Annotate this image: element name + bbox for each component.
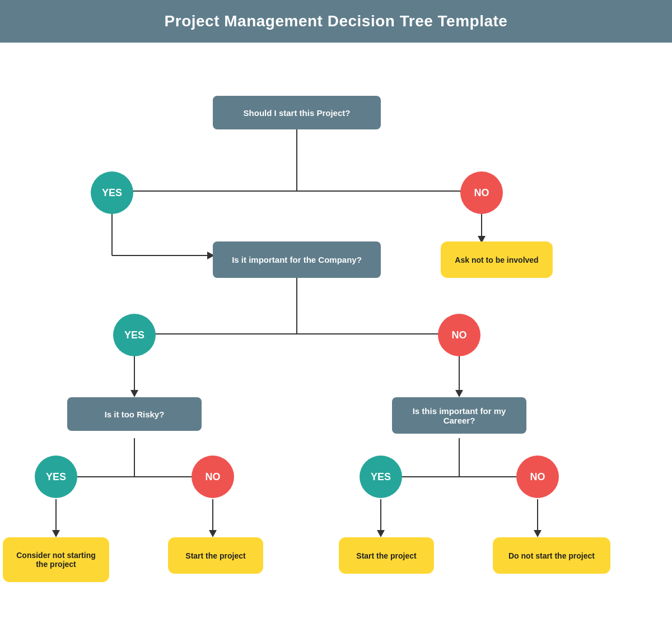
- svg-marker-25: [52, 530, 60, 537]
- diagram: Should I start this Project? YES NO Ask …: [0, 43, 672, 632]
- yes-circle-3: YES: [35, 456, 77, 498]
- q2-box: Is it important for the Company?: [213, 241, 381, 278]
- do-not-start: Do not start the project: [493, 537, 610, 574]
- yes-circle-2: YES: [113, 314, 156, 356]
- no-circle-1: NO: [460, 171, 503, 214]
- consider-not-starting: Consider not starting the project: [3, 537, 109, 582]
- no-circle-3: NO: [192, 456, 234, 498]
- no-circle-2: NO: [438, 314, 480, 356]
- no-circle-4: NO: [516, 456, 559, 498]
- start-project-2: Start the project: [339, 537, 434, 574]
- svg-marker-16: [130, 390, 138, 397]
- q4-box: Is this important for my Career?: [392, 397, 526, 434]
- svg-marker-36: [534, 530, 542, 537]
- page-title: Project Management Decision Tree Templat…: [0, 0, 672, 43]
- start-project-1: Start the project: [168, 537, 263, 574]
- yes-circle-1: YES: [91, 171, 133, 214]
- svg-marker-34: [377, 530, 385, 537]
- ask-not-involved: Ask not to be involved: [441, 241, 553, 278]
- root-question-box: Should I start this Project?: [213, 96, 381, 129]
- svg-marker-27: [209, 530, 217, 537]
- q3-box: Is it too Risky?: [67, 397, 202, 431]
- svg-marker-18: [455, 390, 463, 397]
- yes-circle-4: YES: [360, 456, 402, 498]
